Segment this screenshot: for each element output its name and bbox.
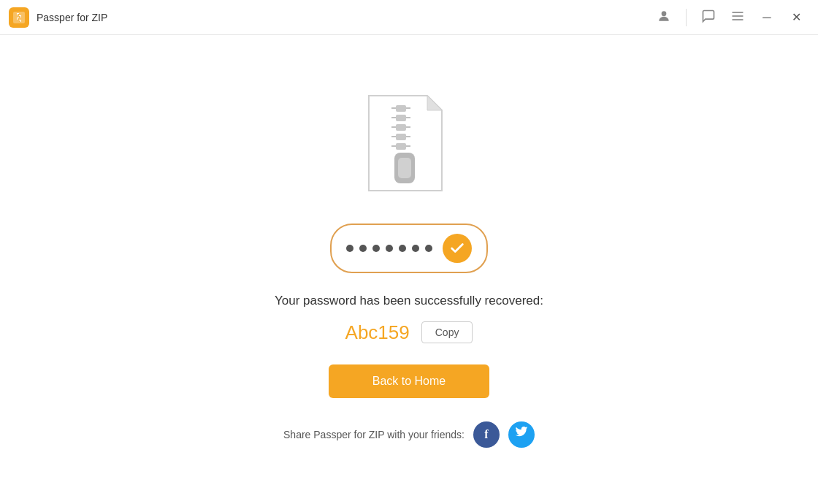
password-dot-1	[346, 245, 353, 252]
app-logo	[9, 7, 29, 28]
success-message: Your password has been successfully reco…	[275, 294, 543, 308]
facebook-share-button[interactable]: f	[473, 421, 500, 448]
svg-point-1	[662, 11, 667, 16]
password-dot-2	[359, 245, 367, 252]
close-icon: ✕	[792, 10, 801, 24]
user-button[interactable]	[651, 4, 677, 31]
share-label: Share Passper for ZIP with your friends:	[283, 429, 465, 440]
close-button[interactable]: ✕	[783, 4, 809, 31]
svg-rect-5	[396, 105, 406, 112]
chat-icon	[701, 9, 716, 26]
svg-rect-7	[396, 124, 406, 131]
titlebar-controls: ─ ✕	[651, 4, 809, 31]
titlebar: Passper for ZIP	[0, 0, 818, 35]
svg-rect-8	[396, 134, 406, 140]
user-icon	[657, 9, 671, 26]
success-checkmark	[443, 234, 472, 263]
share-row: Share Passper for ZIP with your friends:…	[283, 421, 535, 448]
password-dot-3	[372, 245, 380, 252]
password-bar	[330, 224, 488, 273]
chat-button[interactable]	[695, 4, 722, 31]
recovered-password: Abc159	[345, 321, 410, 344]
zip-illustration	[358, 92, 460, 209]
facebook-icon: f	[484, 428, 488, 441]
twitter-share-button[interactable]	[508, 421, 535, 448]
password-display: Abc159 Copy	[345, 321, 473, 344]
password-dot-6	[412, 245, 419, 252]
password-dot-4	[386, 245, 393, 252]
main-content: Your password has been successfully reco…	[0, 35, 818, 504]
back-to-home-button[interactable]: Back to Home	[329, 364, 489, 398]
zip-file-svg	[358, 92, 460, 198]
menu-button[interactable]	[725, 4, 751, 31]
twitter-icon	[515, 427, 528, 443]
minimize-icon: ─	[762, 11, 771, 24]
hamburger-icon	[730, 9, 745, 26]
titlebar-separator	[686, 9, 687, 26]
app-title: Passper for ZIP	[37, 12, 651, 23]
copy-button[interactable]: Copy	[421, 321, 473, 343]
svg-rect-9	[396, 143, 406, 150]
password-dot-5	[399, 245, 406, 252]
minimize-button[interactable]: ─	[754, 4, 780, 31]
password-dots-container	[330, 224, 488, 273]
svg-rect-6	[396, 115, 406, 121]
svg-rect-21	[398, 158, 411, 178]
password-dot-7	[425, 245, 432, 252]
